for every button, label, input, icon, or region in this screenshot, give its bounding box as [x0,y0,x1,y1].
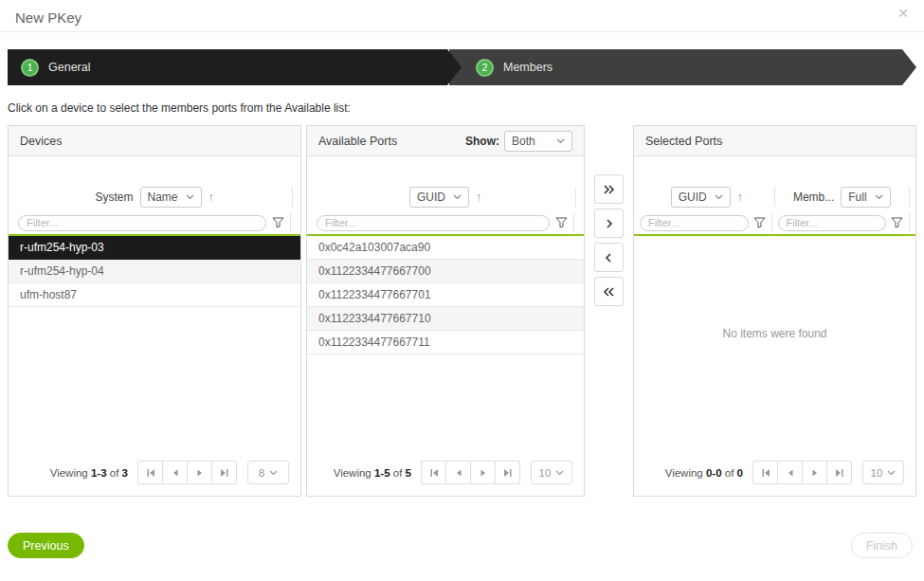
devices-filter-input[interactable] [18,215,266,231]
dialog-footer: Previous Finish [8,533,913,558]
table-row[interactable]: 0x1122334477667701 [307,283,584,307]
filter-funnel-icon[interactable] [555,217,568,228]
next-page-button[interactable] [470,461,496,484]
membership-column-header: Memb... Full [775,187,910,208]
column-divider [292,188,293,207]
move-selected-right-button[interactable] [594,209,624,238]
selected-guid-filter-input[interactable] [640,215,749,231]
first-page-icon [429,468,439,478]
table-row[interactable]: 0x1122334477667711 [307,331,584,354]
show-select[interactable]: Both [504,131,572,152]
column-divider [290,213,291,232]
available-panel-header: Available Ports Show: Both [307,126,584,156]
page-size-select[interactable]: 10 [862,461,904,484]
wizard-step-general[interactable]: 1 General [8,49,462,85]
sort-direction-icon[interactable]: ↑ [737,191,743,204]
membership-column-label: Memb... [793,191,834,204]
column-divider [575,188,576,207]
last-page-button[interactable] [211,461,237,484]
first-page-icon [146,468,155,478]
previous-button[interactable]: Previous [8,533,84,558]
table-row[interactable]: 0x1122334477667710 [307,307,584,331]
show-filter-group: Show: Both [465,131,572,152]
available-sort-select[interactable]: GUID [409,187,469,208]
prev-page-button[interactable] [445,461,471,484]
move-all-right-button[interactable] [594,174,624,204]
selected-sort-row: GUID ↑ Memb... Full [634,183,915,211]
prev-page-icon [172,469,179,477]
column-divider [909,188,910,207]
move-selected-left-button[interactable] [594,243,624,272]
membership-filter-cell [778,215,904,231]
selected-pagination: Viewing 0-0 of 0 10 [634,461,915,496]
table-row[interactable]: r-ufm254-hyp-04 [9,260,300,283]
last-page-icon [503,468,513,478]
available-panel-title: Available Ports [318,135,397,148]
prev-page-icon [787,469,794,477]
first-page-icon [761,468,770,478]
chevron-left-icon [602,251,616,264]
next-page-button[interactable] [187,461,212,484]
filter-funnel-icon[interactable] [891,217,903,228]
devices-panel-title: Devices [20,135,62,148]
table-row[interactable]: 0x1122334477667700 [307,260,584,283]
devices-panel-header: Devices [9,126,300,156]
pager-buttons [752,461,852,484]
step-number-badge: 2 [476,59,494,77]
next-page-button[interactable] [802,461,827,484]
selected-guid-sort-select[interactable]: GUID [671,187,731,208]
table-row[interactable]: 0x0c42a103007aca90 [307,236,584,260]
column-divider [909,213,910,232]
page-size-select[interactable]: 8 [247,461,289,484]
last-page-icon [835,468,844,478]
guid-column-header: GUID ↑ [640,187,774,208]
close-icon[interactable]: ✕ [897,6,909,21]
devices-pagination: Viewing 1-3 of 3 8 [9,461,300,496]
chevron-down-icon [186,194,194,200]
last-page-icon [220,468,229,478]
selected-table-body: No items were found [634,234,915,461]
membership-select[interactable]: Full [841,187,890,208]
first-page-button[interactable] [421,461,446,484]
chevron-down-icon [715,194,723,200]
instruction-text: Click on a device to select the members … [8,101,916,115]
viewing-summary: Viewing 0-0 of 0 [665,467,743,479]
dialog-header: New PKey ✕ [0,0,924,32]
chevron-down-icon [453,194,462,200]
column-divider [771,213,772,232]
sort-direction-icon[interactable]: ↑ [476,191,481,204]
filter-funnel-icon[interactable] [272,217,284,228]
last-page-button[interactable] [495,461,520,484]
first-page-button[interactable] [752,461,778,484]
selected-filter-row [634,211,915,234]
sort-direction-icon[interactable]: ↑ [208,191,214,204]
available-filter-input[interactable] [317,215,550,231]
table-row[interactable]: ufm-host87 [9,283,300,307]
next-page-icon [811,469,819,477]
first-page-button[interactable] [137,461,163,484]
empty-state-message: No items were found [634,236,915,340]
last-page-button[interactable] [826,461,852,484]
wizard-step-members[interactable]: 2 Members [449,49,916,85]
chevron-down-icon [556,138,565,144]
step-number-badge: 1 [21,59,39,77]
filter-funnel-icon[interactable] [753,217,766,228]
chevron-down-icon [875,194,883,200]
page-size-select[interactable]: 10 [531,461,572,484]
devices-panel: Devices System Name ↑ r-ufm254-hyp-03 r-… [8,125,301,497]
devices-table-body: r-ufm254-hyp-03 r-ufm254-hyp-04 ufm-host… [9,234,300,461]
viewing-summary: Viewing 1-3 of 3 [50,467,128,479]
table-row[interactable]: r-ufm254-hyp-03 [9,236,300,260]
show-label: Show: [465,135,499,148]
prev-page-icon [455,469,462,477]
prev-page-button[interactable] [777,461,803,484]
finish-button[interactable]: Finish [851,533,913,558]
chevron-down-icon [887,470,896,476]
available-filter-row [307,211,584,234]
double-chevron-right-icon [602,183,616,196]
prev-page-button[interactable] [162,461,188,484]
membership-filter-input[interactable] [778,215,887,231]
move-all-left-button[interactable] [594,277,624,306]
devices-sort-select[interactable]: Name [140,187,202,208]
available-table-body: 0x0c42a103007aca90 0x1122334477667700 0x… [307,234,584,461]
